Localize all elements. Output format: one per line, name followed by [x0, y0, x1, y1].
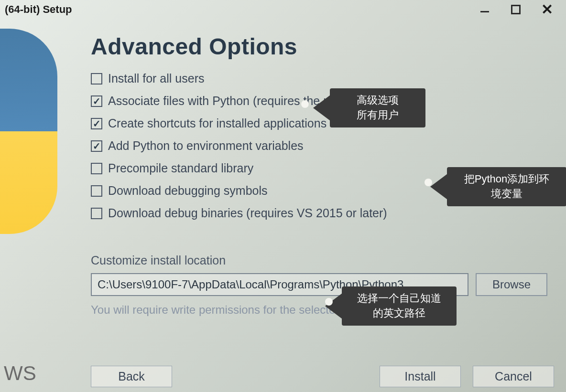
location-label: Customize install location [91, 254, 556, 267]
browse-button[interactable]: Browse [476, 273, 547, 296]
annotation-dot-icon [424, 179, 432, 186]
content-area: Advanced Options Install for all users A… [0, 19, 566, 392]
button-group-right: Install Cancel [380, 366, 554, 387]
option-debug-binaries: Download debug binaries (requires VS 201… [91, 206, 556, 220]
close-icon: ✕ [541, 2, 553, 17]
annotation-dot-icon [301, 100, 309, 108]
option-install-all-users: Install for all users [91, 72, 556, 85]
checkbox-associate-files[interactable] [91, 95, 102, 107]
checkbox-label[interactable]: Add Python to environment variables [108, 139, 304, 153]
permission-note: You will require write permissions for t… [91, 303, 556, 317]
minimize-button[interactable] [478, 2, 492, 17]
install-button[interactable]: Install [380, 366, 461, 387]
close-button[interactable]: ✕ [540, 2, 554, 17]
annotation-callout: 选择一个自己知道的英文路径 [342, 286, 457, 326]
checkbox-add-path[interactable] [91, 140, 102, 152]
main-panel: Advanced Options Install for all users A… [81, 19, 566, 392]
checkbox-debug-symbols[interactable] [91, 185, 102, 197]
checkbox-precompile[interactable] [91, 163, 102, 174]
window-title: (64-bit) Setup [5, 3, 72, 16]
annotation-dot-icon [325, 298, 333, 306]
checkbox-label[interactable]: Install for all users [108, 72, 204, 85]
checkbox-debug-binaries[interactable] [91, 208, 102, 219]
annotation-callout: 把Python添加到环境变量 [447, 167, 566, 206]
maximize-icon [511, 5, 521, 14]
maximize-button[interactable] [509, 2, 523, 17]
python-logo-icon [0, 29, 57, 234]
sidebar-text: WS [4, 362, 36, 385]
cancel-button[interactable]: Cancel [473, 366, 554, 387]
page-title: Advanced Options [91, 33, 556, 60]
checkbox-label[interactable]: Download debug binaries (requires VS 201… [108, 206, 387, 220]
window-controls: ✕ [478, 2, 554, 17]
checkbox-install-all-users[interactable] [91, 73, 102, 85]
minimize-icon [480, 11, 489, 12]
location-row: Browse [91, 273, 556, 296]
installer-window: (64-bit) Setup ✕ Advanced Options [0, 0, 566, 392]
checkbox-create-shortcuts[interactable] [91, 118, 102, 129]
install-location-section: Customize install location Browse You wi… [91, 254, 556, 317]
back-button[interactable]: Back [91, 366, 172, 387]
titlebar: (64-bit) Setup ✕ [0, 0, 566, 19]
checkbox-label[interactable]: Precompile standard library [108, 161, 253, 175]
option-add-path: Add Python to environment variables [91, 139, 556, 153]
checkbox-label[interactable]: Create shortcuts for installed applicati… [108, 117, 327, 130]
annotation-callout: 高级选项 所有用户 [330, 88, 425, 127]
checkbox-label[interactable]: Download debugging symbols [108, 184, 268, 198]
sidebar [0, 19, 81, 392]
button-row: Back Install Cancel [91, 366, 554, 387]
